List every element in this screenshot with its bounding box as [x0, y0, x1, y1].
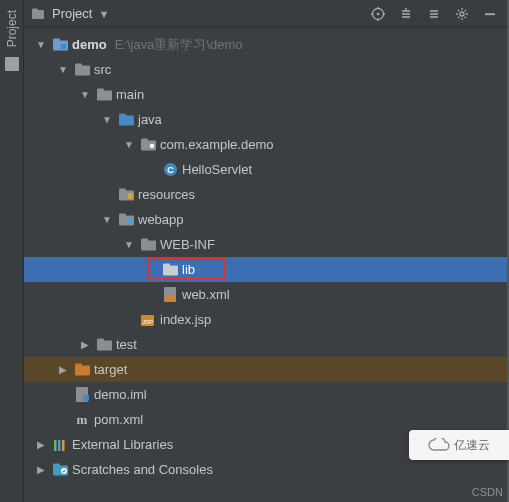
module-folder-icon — [52, 37, 68, 53]
tree-label: main — [116, 87, 144, 102]
tree-node-indexjsp[interactable]: ▼ JSP index.jsp — [24, 307, 507, 332]
tree-label: Scratches and Consoles — [72, 462, 213, 477]
tree-node-iml[interactable]: ▼ demo.iml — [24, 382, 507, 407]
tree-label: resources — [138, 187, 195, 202]
tree-label: web.xml — [182, 287, 230, 302]
tree-node-java[interactable]: ▼ java — [24, 107, 507, 132]
chevron-right-icon[interactable]: ▶ — [56, 364, 70, 375]
tree-path-hint: E:\java重新学习\demo — [115, 36, 243, 54]
svg-text:JSP: JSP — [141, 319, 152, 325]
svg-rect-24 — [119, 214, 126, 217]
package-icon — [140, 137, 156, 153]
svg-rect-9 — [75, 66, 90, 76]
folder-icon — [96, 87, 112, 103]
chevron-right-icon[interactable]: ▶ — [34, 439, 48, 450]
web-folder-icon — [118, 212, 134, 228]
svg-point-3 — [377, 12, 380, 15]
iml-file-icon — [74, 387, 90, 403]
svg-rect-14 — [119, 114, 126, 117]
svg-rect-21 — [119, 189, 126, 192]
tree-node-scratches[interactable]: ▶ Scratches and Consoles — [24, 457, 507, 482]
svg-rect-5 — [485, 13, 495, 15]
tree-node-webapp[interactable]: ▼ webapp — [24, 207, 507, 232]
project-icon — [30, 6, 46, 22]
project-tree[interactable]: ▼ demo E:\java重新学习\demo ▼ src ▼ main — [24, 28, 507, 482]
tree-label: test — [116, 337, 137, 352]
svg-rect-1 — [32, 8, 38, 11]
chevron-right-icon[interactable]: ▶ — [78, 339, 92, 350]
collapse-all-icon[interactable] — [423, 3, 445, 25]
tree-label: java — [138, 112, 162, 127]
xml-file-icon — [162, 287, 178, 303]
locate-icon[interactable] — [367, 3, 389, 25]
scratches-icon — [52, 462, 68, 478]
svg-rect-41 — [58, 440, 61, 451]
tool-window-stripe[interactable]: Project — [0, 0, 24, 502]
chevron-down-icon[interactable]: ▼ — [78, 89, 92, 100]
folder-icon — [162, 262, 178, 278]
chevron-down-icon[interactable]: ▼ — [56, 64, 70, 75]
expand-all-icon[interactable] — [395, 3, 417, 25]
svg-rect-7 — [53, 39, 60, 42]
chevron-down-icon[interactable]: ▼ — [122, 139, 136, 150]
chevron-down-icon[interactable]: ▼ — [34, 39, 48, 50]
project-view-title[interactable]: Project — [52, 6, 92, 21]
view-dropdown-icon[interactable]: ▼ — [98, 8, 109, 20]
svg-rect-27 — [141, 239, 148, 242]
svg-rect-35 — [97, 339, 104, 342]
folder-icon — [5, 57, 19, 71]
svg-rect-37 — [75, 364, 82, 367]
tree-label: src — [94, 62, 111, 77]
chevron-right-icon[interactable]: ▶ — [34, 464, 48, 475]
svg-rect-31 — [165, 296, 175, 301]
tree-node-webxml[interactable]: ▼ web.xml — [24, 282, 507, 307]
svg-rect-16 — [141, 139, 148, 142]
source-folder-icon — [118, 112, 134, 128]
svg-rect-13 — [119, 116, 134, 126]
tree-label: demo.iml — [94, 387, 147, 402]
tree-label: HelloServlet — [182, 162, 252, 177]
tree-node-test[interactable]: ▶ test — [24, 332, 507, 357]
tree-node-pom[interactable]: ▼ m pom.xml — [24, 407, 507, 432]
tree-label: External Libraries — [72, 437, 173, 452]
chevron-down-icon[interactable]: ▼ — [122, 239, 136, 250]
target-folder-icon — [74, 362, 90, 378]
svg-rect-29 — [163, 264, 170, 267]
chevron-down-icon[interactable]: ▼ — [100, 214, 114, 225]
project-toolbar: Project ▼ — [24, 0, 507, 28]
tree-node-resources[interactable]: ▼ resources — [24, 182, 507, 207]
folder-icon — [74, 62, 90, 78]
tree-node-lib[interactable]: ▼ lib — [24, 257, 507, 282]
svg-rect-36 — [75, 366, 90, 376]
tree-label: target — [94, 362, 127, 377]
tree-node-class[interactable]: ▼ C HelloServlet — [24, 157, 507, 182]
svg-rect-39 — [83, 395, 89, 401]
folder-icon — [96, 337, 112, 353]
tree-node-main[interactable]: ▼ main — [24, 82, 507, 107]
maven-file-icon: m — [74, 412, 90, 428]
tree-node-package[interactable]: ▼ com.example.demo — [24, 132, 507, 157]
svg-text:C: C — [167, 165, 174, 175]
svg-rect-10 — [75, 64, 82, 67]
cloud-watermark: 亿速云 — [409, 430, 509, 460]
java-class-icon: C — [162, 162, 178, 178]
tree-label: com.example.demo — [160, 137, 273, 152]
tree-label: index.jsp — [160, 312, 211, 327]
tree-node-webinf[interactable]: ▼ WEB-INF — [24, 232, 507, 257]
tree-node-module-root[interactable]: ▼ demo E:\java重新学习\demo — [24, 32, 507, 57]
tree-label: WEB-INF — [160, 237, 215, 252]
library-icon — [52, 437, 68, 453]
project-tool-tab[interactable]: Project — [5, 6, 19, 51]
svg-rect-40 — [54, 440, 57, 451]
hide-icon[interactable] — [479, 3, 501, 25]
svg-rect-22 — [128, 193, 133, 199]
svg-rect-11 — [97, 91, 112, 101]
svg-rect-8 — [61, 44, 66, 49]
tree-node-target[interactable]: ▶ target — [24, 357, 507, 382]
svg-rect-44 — [53, 464, 60, 467]
svg-rect-12 — [97, 89, 104, 92]
tree-node-src[interactable]: ▼ src — [24, 57, 507, 82]
csdn-watermark: CSDN — [472, 486, 503, 498]
settings-icon[interactable] — [451, 3, 473, 25]
chevron-down-icon[interactable]: ▼ — [100, 114, 114, 125]
